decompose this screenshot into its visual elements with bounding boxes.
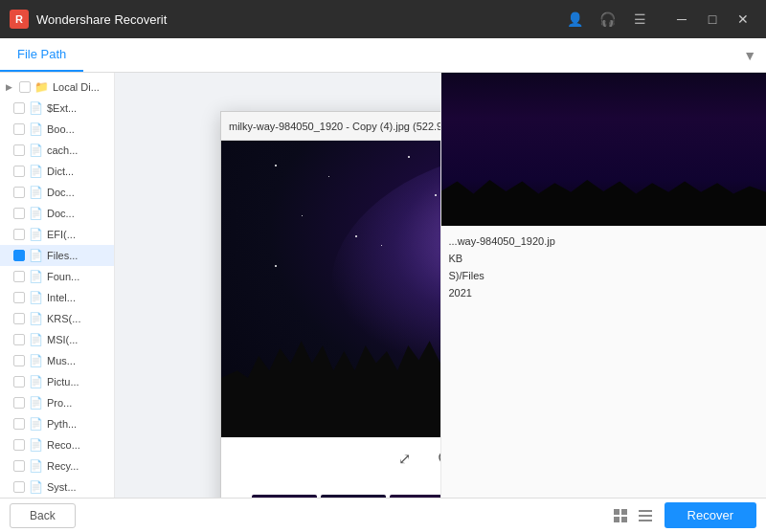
checkbox[interactable] (13, 397, 25, 409)
sidebar-item-pictu[interactable]: 📄 Pictu... (0, 371, 114, 392)
sidebar-item-label: Pyth... (47, 418, 77, 430)
folder-icon: 📄 (29, 165, 43, 178)
folder-icon: 📄 (29, 228, 43, 241)
filename-value: ...way-984050_1920.jp (449, 235, 759, 247)
menu-icon[interactable]: ☰ (628, 8, 651, 31)
filter-icon[interactable]: ▼ (743, 48, 756, 63)
svg-rect-7 (614, 509, 620, 515)
title-bar: R Wondershare Recoverit 👤 🎧 ☰ ─ □ ✕ (0, 0, 766, 38)
folder-icon: 📄 (29, 291, 43, 304)
thumb-img (390, 495, 440, 498)
checkbox[interactable] (13, 123, 25, 135)
sidebar-item-local-disk[interactable]: ▶ 📁 Local Di... (0, 77, 114, 98)
sidebar-item-label: Reco... (47, 439, 80, 451)
back-button[interactable]: Back (10, 503, 76, 528)
checkbox[interactable] (13, 292, 25, 303)
app-icon: R (10, 10, 29, 29)
sidebar-item-label: Mus... (47, 355, 76, 366)
sidebar-item-label: EFI(... (47, 229, 76, 240)
checkbox[interactable] (13, 355, 25, 366)
checkbox[interactable] (13, 334, 25, 345)
folder-icon: 📄 (29, 249, 43, 262)
checkbox[interactable] (19, 81, 31, 93)
sidebar-item-files[interactable]: 📄 Files... (0, 245, 114, 266)
svg-rect-12 (639, 515, 652, 517)
svg-point-0 (439, 452, 440, 463)
sidebar-item-mus[interactable]: 📄 Mus... (0, 350, 114, 371)
thumbnail-2[interactable] (321, 495, 386, 498)
folder-icon: 📄 (29, 122, 43, 136)
checkbox[interactable] (13, 271, 25, 282)
sidebar-item-pro[interactable]: 📄 Pro... (0, 392, 114, 413)
close-button[interactable]: ✕ (730, 6, 756, 33)
checkbox[interactable] (13, 208, 25, 219)
folder-icon: 📄 (29, 396, 43, 410)
checkbox[interactable] (13, 313, 25, 324)
sidebar-item-label: Doc... (47, 187, 75, 198)
star (408, 156, 410, 158)
sidebar-item-pyth[interactable]: 📄 Pyth... (0, 413, 114, 434)
user-icon[interactable]: 👤 (563, 8, 586, 31)
sidebar-item-foun[interactable]: 📄 Foun... (0, 266, 114, 287)
checkbox[interactable] (13, 144, 25, 156)
sidebar-item-label: $Ext... (47, 102, 77, 114)
thumb-img (321, 495, 386, 498)
checkbox[interactable] (13, 250, 25, 261)
checkbox[interactable] (13, 439, 25, 451)
preview-image-area (221, 141, 440, 437)
maximize-button[interactable]: □ (699, 6, 726, 33)
sidebar-item-label: Syst... (47, 481, 77, 493)
svg-rect-10 (621, 517, 627, 522)
folder-icon: 📄 (29, 270, 43, 283)
window-controls: ─ □ ✕ (668, 6, 756, 33)
recover-main-button[interactable]: Recover (665, 502, 756, 528)
right-panel: ...way-984050_1920.jp KB S)/Files 2021 (440, 73, 767, 498)
sidebar-item-boo[interactable]: 📄 Boo... (0, 119, 114, 140)
checkbox[interactable] (13, 481, 25, 493)
folder-icon: 📄 (29, 354, 43, 367)
sidebar-item-recy[interactable]: 📄 Recy... (0, 455, 114, 477)
sidebar-item-msi[interactable]: 📄 MSI(... (0, 329, 114, 350)
folder-icon: 📄 (29, 186, 43, 199)
sidebar-item-reco[interactable]: 📄 Reco... (0, 434, 114, 455)
checkbox[interactable] (13, 418, 25, 430)
sidebar-item-dict[interactable]: 📄 Dict... (0, 161, 114, 182)
star (355, 235, 357, 237)
sidebar-item-doc1[interactable]: 📄 Doc... (0, 182, 114, 203)
arrow-icon: ▶ (6, 82, 15, 92)
folder-icon: 📄 (29, 207, 43, 220)
sidebar-item-label: Intel... (47, 292, 76, 303)
folder-icon: 📄 (29, 375, 43, 388)
tab-file-path[interactable]: File Path (0, 38, 83, 72)
star (275, 265, 277, 267)
checkbox[interactable] (13, 187, 25, 198)
checkbox[interactable] (13, 460, 25, 472)
main-area: ▶ 📁 Local Di... 📄 $Ext... 📄 Boo... 📄 cac… (0, 73, 766, 498)
folder-icon: 📄 (29, 438, 43, 452)
sidebar-item-label: Pro... (47, 397, 72, 409)
checkbox[interactable] (13, 166, 25, 177)
checkbox[interactable] (13, 229, 25, 240)
checkbox[interactable] (13, 376, 25, 388)
sidebar-item-cach[interactable]: 📄 cach... (0, 140, 114, 161)
fullscreen-button[interactable]: ⤢ (391, 445, 417, 472)
minimize-button[interactable]: ─ (668, 6, 695, 33)
sidebar-item-efi[interactable]: 📄 EFI(... (0, 224, 114, 245)
list-view-icon[interactable] (636, 506, 655, 525)
folder-icon: 📄 (29, 480, 43, 494)
thumbnail-3[interactable] (390, 495, 440, 498)
zoom-in-button[interactable] (433, 445, 440, 472)
headset-icon[interactable]: 🎧 (596, 8, 619, 31)
sidebar-item-label: Foun... (47, 271, 79, 282)
sidebar-item-intel[interactable]: 📄 Intel... (0, 287, 114, 308)
star (328, 176, 329, 177)
thumbnail-1[interactable] (252, 495, 317, 498)
sidebar-item-ext[interactable]: 📄 $Ext... (0, 98, 114, 119)
sidebar-item-krs[interactable]: 📄 KRS(... (0, 308, 114, 329)
sidebar-item-syst[interactable]: 📄 Syst... (0, 477, 114, 498)
sidebar-item-label: Pictu... (47, 376, 79, 388)
grid-view-icon[interactable] (611, 506, 630, 525)
star (302, 215, 303, 216)
checkbox[interactable] (13, 102, 25, 114)
sidebar-item-doc2[interactable]: 📄 Doc... (0, 203, 114, 224)
